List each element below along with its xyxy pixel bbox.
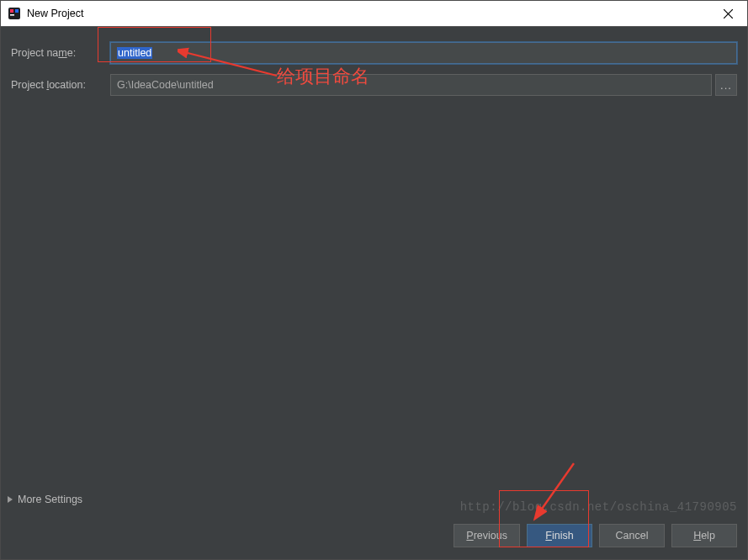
project-name-label: Project name: bbox=[11, 47, 110, 59]
previous-button[interactable]: Previous bbox=[454, 524, 520, 547]
help-button[interactable]: Help bbox=[671, 524, 737, 547]
ellipsis-icon: ... bbox=[720, 79, 732, 92]
chevron-right-icon bbox=[8, 496, 13, 503]
window-title: New Project bbox=[27, 8, 83, 19]
intellij-icon bbox=[8, 7, 21, 20]
titlebar: New Project bbox=[1, 1, 747, 27]
cancel-button[interactable]: Cancel bbox=[599, 524, 665, 547]
svg-rect-1 bbox=[10, 9, 13, 13]
more-settings-toggle[interactable]: More Settings bbox=[8, 494, 82, 505]
project-name-value: untitled bbox=[117, 47, 152, 59]
button-bar: Previous Finish Cancel Help bbox=[454, 524, 737, 547]
more-settings-label: More Settings bbox=[18, 494, 82, 505]
project-location-value: G:\IdeaCode\untitled bbox=[117, 79, 214, 91]
browse-button[interactable]: ... bbox=[715, 74, 737, 96]
form-area: Project name: untitled Project location:… bbox=[1, 27, 747, 106]
watermark-text: http://blog.csdn.net/oschina_41790905 bbox=[460, 500, 737, 514]
project-location-input[interactable]: G:\IdeaCode\untitled bbox=[110, 74, 712, 96]
finish-button[interactable]: Finish bbox=[527, 524, 592, 547]
project-location-row: Project location: G:\IdeaCode\untitled .… bbox=[11, 74, 737, 96]
project-location-label: Project location: bbox=[11, 79, 110, 91]
new-project-window: New Project Project name: untitled Proje… bbox=[0, 0, 748, 560]
svg-rect-2 bbox=[10, 14, 14, 16]
dialog-body: Project name: untitled Project location:… bbox=[1, 27, 747, 559]
svg-rect-3 bbox=[15, 9, 19, 13]
project-name-input[interactable]: untitled bbox=[110, 42, 737, 64]
project-name-row: Project name: untitled bbox=[11, 42, 737, 64]
close-icon bbox=[724, 9, 733, 18]
close-button[interactable] bbox=[708, 1, 747, 26]
